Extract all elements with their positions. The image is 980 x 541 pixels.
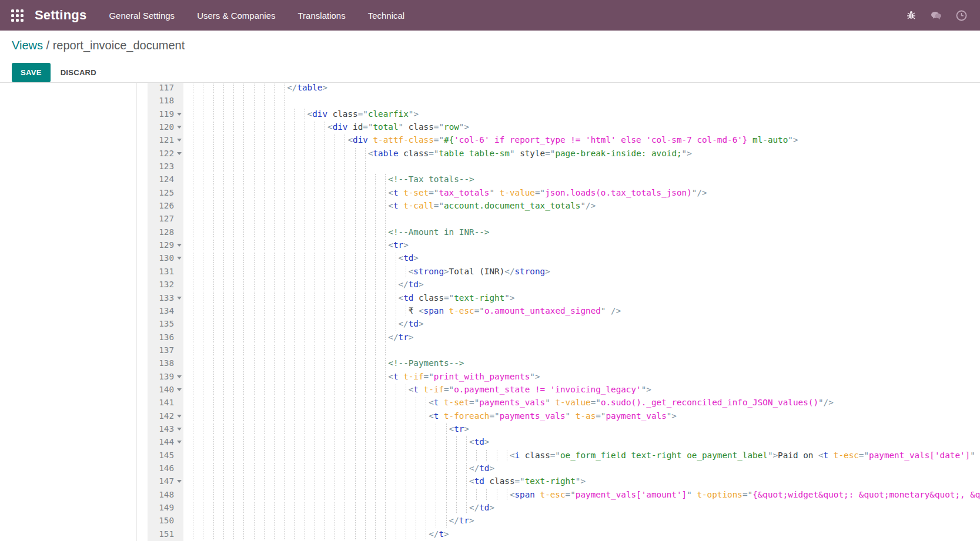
gutter-line-number: 130	[148, 251, 183, 264]
code-line: <t t-foreach="payments_vals" t-as="payme…	[183, 409, 980, 422]
code-line: <td>	[183, 251, 980, 264]
gutter-line-number: 137	[148, 344, 183, 357]
code-line: </tr>	[183, 514, 980, 527]
code-line: <!--Payments-->	[183, 357, 980, 369]
editor-left-border	[136, 83, 137, 541]
code-line: </td>	[183, 278, 980, 291]
gutter-line-number: 121	[148, 133, 183, 146]
breadcrumb-views-link[interactable]: Views	[12, 39, 43, 52]
discard-button[interactable]: DISCARD	[61, 68, 96, 77]
gutter-line-number: 139	[148, 370, 183, 383]
gutter-line-number: 135	[148, 317, 183, 330]
code-line	[183, 212, 980, 225]
code-line: <td class="text-right">	[183, 291, 980, 304]
gutter-line-number: 146	[148, 462, 183, 475]
gutter-line-number: 150	[148, 514, 183, 527]
fold-arrow-icon[interactable]	[177, 297, 182, 300]
gutter-line-number: 136	[148, 331, 183, 344]
fold-arrow-icon[interactable]	[177, 113, 182, 116]
gutter-line-number: 127	[148, 212, 183, 225]
breadcrumb-current: report_invoice_document	[53, 39, 185, 52]
bug-icon[interactable]	[905, 10, 917, 21]
gutter-line-number: 142	[148, 409, 183, 422]
code-line: <t t-set="payments_vals" t-value="o.sudo…	[183, 396, 980, 409]
gutter-line-number: 148	[148, 488, 183, 501]
fold-arrow-icon[interactable]	[177, 388, 182, 391]
code-line: <div class="clearfix">	[183, 107, 980, 120]
gutter-line-number: 144	[148, 435, 183, 448]
code-line: ₹ <span t-esc="o.amount_untaxed_signed" …	[183, 304, 980, 317]
fold-arrow-icon[interactable]	[177, 441, 182, 443]
code-rows: </table> <div class="clearfix"> <div id=…	[183, 82, 980, 540]
gutter-line-number: 119	[148, 107, 183, 120]
gutter-line-number: 134	[148, 304, 183, 317]
code-line: </table>	[183, 82, 980, 94]
code-line: </t>	[183, 527, 980, 540]
code-line: <i class="oe_form_field text-right oe_pa…	[183, 449, 980, 462]
gutter-line-number: 149	[148, 501, 183, 514]
gutter-line-number: 128	[148, 226, 183, 238]
gutter-line-number: 123	[148, 160, 183, 173]
code-line: </td>	[183, 501, 980, 514]
code-line: <t t-call="account.document_tax_totals"/…	[183, 199, 980, 212]
code-line: <t t-if="o.payment_state != 'invoicing_l…	[183, 383, 980, 396]
gutter-line-number: 129	[148, 238, 183, 251]
top-menu: General SettingsUsers & CompaniesTransla…	[109, 11, 427, 21]
gutter-line-number: 140	[148, 383, 183, 396]
fold-arrow-icon[interactable]	[177, 244, 182, 247]
gutter-line-number: 145	[148, 449, 183, 462]
menu-item-translations[interactable]: Translations	[298, 11, 346, 21]
breadcrumb-separator: /	[43, 39, 53, 52]
gutter-line-number: 125	[148, 186, 183, 199]
gutter-line-number: 143	[148, 422, 183, 435]
fold-arrow-icon[interactable]	[177, 152, 182, 155]
code-line: <!--Amount in INR-->	[183, 226, 980, 238]
app-title: Settings	[35, 8, 86, 23]
chat-icon[interactable]	[931, 10, 942, 21]
action-buttons: SAVE DISCARD	[12, 63, 96, 82]
menu-item-users-companies[interactable]: Users & Companies	[197, 11, 275, 21]
fold-arrow-icon[interactable]	[177, 415, 182, 418]
gutter-line-number: 147	[148, 475, 183, 488]
topbar-icons	[905, 0, 967, 31]
code-line: <span t-esc="payment_vals['amount']" t-o…	[183, 488, 980, 501]
gutter-rows: 1171181191201211221231241251261271281291…	[148, 82, 183, 540]
code-line: <tr>	[183, 422, 980, 435]
gutter-line-number: 141	[148, 396, 183, 409]
clock-icon[interactable]	[956, 10, 967, 21]
code-line	[183, 160, 980, 173]
code-line: <div id="total" class="row">	[183, 120, 980, 133]
code-editor[interactable]: 1171181191201211221231241251261271281291…	[0, 82, 980, 541]
gutter-line-number: 126	[148, 199, 183, 212]
code-line: <t t-set="tax_totals" t-value="json.load…	[183, 186, 980, 199]
code-line: <div t-attf-class="#{'col-6' if report_t…	[183, 133, 980, 146]
gutter-line-number: 120	[148, 120, 183, 133]
menu-item-general-settings[interactable]: General Settings	[109, 11, 175, 21]
fold-arrow-icon[interactable]	[177, 480, 182, 483]
gutter-line-number: 133	[148, 291, 183, 304]
top-bar: Settings General SettingsUsers & Compani…	[0, 0, 980, 31]
fold-arrow-icon[interactable]	[177, 428, 182, 431]
gutter-line-number: 117	[148, 82, 183, 94]
gutter-line-number: 118	[148, 94, 183, 107]
apps-grid-icon[interactable]	[11, 9, 24, 22]
code-line: <td>	[183, 435, 980, 448]
code-line: <!--Tax totals-->	[183, 173, 980, 186]
code-line: <td class="text-right">	[183, 475, 980, 488]
breadcrumb: Views / report_invoice_document	[12, 39, 185, 52]
gutter-line-number: 132	[148, 278, 183, 291]
code-line: <t t-if="print_with_payments">	[183, 370, 980, 383]
fold-arrow-icon[interactable]	[177, 257, 182, 260]
fold-arrow-icon[interactable]	[177, 375, 182, 378]
editor-content[interactable]: </table> <div class="clearfix"> <div id=…	[183, 83, 980, 541]
code-line: <table class="table table-sm" style="pag…	[183, 147, 980, 160]
fold-arrow-icon[interactable]	[177, 139, 182, 142]
code-line	[183, 344, 980, 357]
code-line: <tr>	[183, 238, 980, 251]
save-button[interactable]: SAVE	[12, 63, 51, 82]
menu-item-technical[interactable]: Technical	[368, 11, 405, 21]
gutter-line-number: 131	[148, 265, 183, 278]
code-line	[183, 94, 980, 107]
code-line: <strong>Total (INR)</strong>	[183, 265, 980, 278]
fold-arrow-icon[interactable]	[177, 126, 182, 129]
